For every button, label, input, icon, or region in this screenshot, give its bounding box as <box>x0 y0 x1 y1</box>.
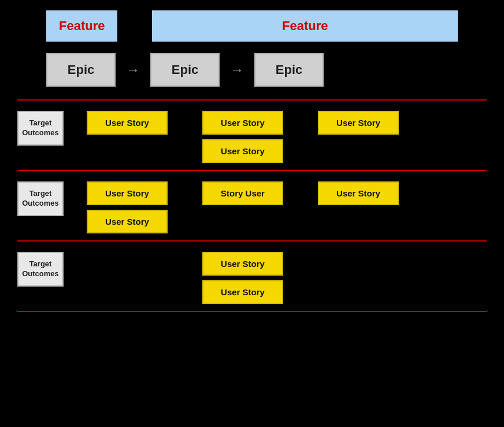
epic-row: Epic → Epic → Epic <box>0 49 504 97</box>
user-story: User Story <box>87 181 168 205</box>
target-outcomes-2: TargetOutcomes <box>17 181 81 216</box>
canvas: Feature Feature Epic → Epic → Epic Targe… <box>0 0 504 427</box>
story-col-1-1: User Story <box>87 111 168 135</box>
epic-box-2: Epic <box>150 53 220 87</box>
story-col-1-2: User Story User Story <box>202 111 283 163</box>
epic-label-1: Epic <box>68 62 94 77</box>
story-columns-2: User Story User Story Story User User St… <box>87 181 487 233</box>
story-user: Story User <box>202 181 283 205</box>
epic-label-2: Epic <box>172 62 198 77</box>
story-columns-1: User Story User Story User Story User St… <box>87 111 487 163</box>
target-box-1: TargetOutcomes <box>17 111 64 146</box>
epic-box-1: Epic <box>46 53 116 87</box>
story-col-2-2: Story User <box>202 181 283 205</box>
divider-4 <box>17 311 487 312</box>
feature-label-1: Feature <box>59 18 105 33</box>
section-1: TargetOutcomes User Story User Story Use… <box>0 103 504 168</box>
feature-box-2: Feature <box>152 10 458 42</box>
target-outcomes-3: TargetOutcomes <box>17 252 81 287</box>
user-story: User Story <box>318 181 399 205</box>
user-story: User Story <box>87 111 168 135</box>
story-col-2-1: User Story User Story <box>87 181 168 233</box>
section-3: TargetOutcomes User Story User Story <box>0 244 504 309</box>
feature-label-2: Feature <box>282 18 328 33</box>
story-col-2-3: User Story <box>318 181 399 205</box>
user-story: User Story <box>87 210 168 233</box>
target-box-2: TargetOutcomes <box>17 181 64 216</box>
arrow-1: → <box>126 62 140 78</box>
feature-row: Feature Feature <box>0 0 504 49</box>
target-outcomes-1: TargetOutcomes <box>17 111 81 146</box>
divider-2 <box>17 170 487 171</box>
user-story: User Story <box>202 139 283 163</box>
epic-box-3: Epic <box>254 53 324 87</box>
feature-box-1: Feature <box>46 10 117 42</box>
target-box-3: TargetOutcomes <box>17 252 64 287</box>
divider-1 <box>17 99 487 101</box>
arrow-2: → <box>230 62 244 78</box>
user-story: User Story <box>202 252 283 276</box>
story-col-3-2: User Story User Story <box>202 252 283 304</box>
user-story: User Story <box>202 111 283 135</box>
story-col-1-3: User Story <box>318 111 399 135</box>
user-story: User Story <box>202 280 283 304</box>
section-2: TargetOutcomes User Story User Story Sto… <box>0 173 504 238</box>
epic-label-3: Epic <box>276 62 302 77</box>
divider-3 <box>17 240 487 242</box>
user-story: User Story <box>318 111 399 135</box>
story-columns-3: User Story User Story <box>87 252 487 304</box>
